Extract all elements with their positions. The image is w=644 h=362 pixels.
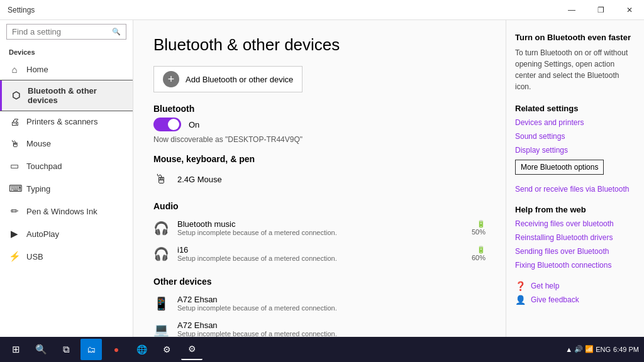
taskbar-app-settings[interactable]: ⚙ [181, 339, 203, 360]
discoverable-text: Now discoverable as "DESKTOP-TR44V9Q" [153, 135, 486, 144]
typing-icon: ⌨ [9, 183, 20, 194]
app-container: 🔍 Devices ⌂ Home ⬡ Bluetooth & other dev… [0, 20, 644, 337]
device-a72-1: 📱 A72 Ehsan Setup incomplete because of … [153, 290, 486, 316]
taskbar-right: ▲ 🔊 📶 ENG 6:49 PM [565, 345, 639, 354]
titlebar: Settings — ❐ ✕ [0, 0, 644, 20]
sidebar-item-autoplay-label: AutoPlay [26, 229, 59, 239]
bluetooth-toggle[interactable] [153, 118, 181, 131]
other-section-title: Other devices [153, 277, 486, 287]
related-section: Related settings Devices and printers So… [515, 104, 635, 194]
i16-status: Setup incomplete because of a metered co… [177, 255, 463, 262]
sidebar-item-typing[interactable]: ⌨ Typing [0, 177, 133, 200]
taskbar-up-arrow[interactable]: ▲ [565, 346, 572, 353]
sidebar-item-usb[interactable]: ⚡ USB [0, 245, 133, 268]
a72-1-info: A72 Ehsan Setup incomplete because of a … [177, 295, 486, 312]
sidebar-item-home-label: Home [26, 65, 48, 74]
taskbar-left: ⊞ 🔍 ⧉ 🗂 ● 🌐 ⚙ ⚙ [5, 339, 203, 360]
audio-section-title: Audio [153, 201, 486, 211]
restore-button[interactable]: ❐ [586, 0, 615, 20]
bt-music-icon: 🎧 [153, 221, 169, 236]
sidebar-item-mouse[interactable]: 🖱 Mouse [0, 133, 133, 155]
device-i16: 🎧 i16 Setup incomplete because of a mete… [153, 241, 486, 266]
search-input[interactable] [12, 27, 111, 36]
i16-battery: 🔋 60% [472, 246, 486, 261]
sidebar-item-touchpad[interactable]: ▭ Touchpad [0, 155, 133, 177]
taskbar-volume-icon[interactable]: 📶 [585, 345, 594, 353]
minimize-button[interactable]: — [557, 0, 586, 20]
bluetooth-toggle-row: On [153, 118, 486, 131]
more-bluetooth-button[interactable]: More Bluetooth options [515, 160, 604, 175]
taskbar-network-icon[interactable]: 🔊 [574, 345, 583, 353]
time-display: 6:49 PM [613, 345, 639, 354]
i16-battery-pct: 60% [472, 254, 486, 261]
mouse-icon: 🖱 [9, 138, 20, 149]
start-button[interactable]: ⊞ [5, 339, 26, 360]
mouse-section-title: Mouse, keyboard, & pen [153, 154, 486, 164]
link-display[interactable]: Display settings [515, 146, 635, 155]
link-send-receive[interactable]: Send or receive files via Bluetooth [515, 185, 635, 194]
sidebar: 🔍 Devices ⌂ Home ⬡ Bluetooth & other dev… [0, 20, 133, 337]
faster-title: Turn on Bluetooth even faster [515, 33, 635, 42]
search-box[interactable]: 🔍 [6, 24, 126, 40]
link-receiving[interactable]: Receiving files over bluetooth [515, 219, 635, 228]
taskbar-app-1[interactable]: 🗂 [80, 339, 102, 360]
sidebar-item-printers-label: Printers & scanners [26, 117, 97, 126]
search-taskbar-button[interactable]: 🔍 [30, 339, 52, 360]
bluetooth-section-title: Bluetooth [153, 104, 486, 114]
add-plus-icon: + [163, 71, 179, 87]
main-content: Bluetooth & other devices + Add Bluetoot… [133, 20, 506, 337]
usb-icon: ⚡ [9, 251, 20, 262]
add-device-button[interactable]: + Add Bluetooth or other device [153, 66, 303, 92]
close-button[interactable]: ✕ [615, 0, 644, 20]
bt-music-battery-icon: 🔋 [477, 220, 486, 228]
touchpad-icon: ▭ [9, 160, 20, 172]
sidebar-item-touchpad-label: Touchpad [26, 162, 62, 171]
sidebar-item-printers[interactable]: 🖨 Printers & scanners [0, 111, 133, 133]
bt-music-name: Bluetooth music [177, 219, 463, 229]
taskbar-app-3[interactable]: 🌐 [131, 339, 152, 360]
a72-2-icon: 💻 [153, 322, 169, 337]
feedback-icon: 👤 [515, 295, 526, 305]
titlebar-controls: — ❐ ✕ [557, 0, 644, 20]
device-a72-2: 💻 A72 Ehsan Setup incomplete because of … [153, 316, 486, 337]
link-reinstalling[interactable]: Reinstalling Bluetooth drivers [515, 233, 635, 242]
a72-1-name: A72 Ehsan [177, 295, 486, 304]
bluetooth-icon: ⬡ [11, 90, 21, 101]
link-devices-printers[interactable]: Devices and printers [515, 118, 635, 127]
taskbar-sys-icons: ▲ 🔊 📶 ENG [565, 345, 611, 353]
sidebar-item-autoplay[interactable]: ▶ AutoPlay [0, 222, 133, 245]
help-circle-icon: ❓ [515, 281, 526, 291]
get-help-item[interactable]: ❓ Get help [515, 281, 635, 291]
bt-music-info: Bluetooth music Setup incomplete because… [177, 219, 463, 236]
taskbar-lang[interactable]: ENG [596, 346, 611, 353]
i16-info: i16 Setup incomplete because of a metere… [177, 245, 463, 262]
a72-2-status: Setup incomplete because of a metered co… [177, 330, 486, 337]
mouse-device-info: 2.4G Mouse [177, 175, 486, 184]
sidebar-item-bluetooth-label: Bluetooth & other devices [28, 86, 124, 105]
link-sound[interactable]: Sound settings [515, 132, 635, 141]
sidebar-item-pen[interactable]: ✏ Pen & Windows Ink [0, 200, 133, 222]
a72-1-status: Setup incomplete because of a metered co… [177, 304, 486, 312]
pen-icon: ✏ [9, 206, 20, 217]
help-title: Help from the web [515, 205, 635, 214]
taskbar-app-2[interactable]: ● [106, 339, 127, 360]
link-fixing[interactable]: Fixing Bluetooth connections [515, 261, 635, 270]
autoplay-icon: ▶ [9, 228, 20, 239]
sidebar-item-pen-label: Pen & Windows Ink [26, 207, 97, 216]
faster-desc: To turn Bluetooth on or off without open… [515, 47, 635, 92]
sidebar-item-typing-label: Typing [26, 184, 50, 194]
sidebar-item-home[interactable]: ⌂ Home [0, 58, 133, 80]
bluetooth-on-label: On [189, 120, 199, 129]
taskbar-time[interactable]: 6:49 PM [613, 345, 639, 354]
a72-1-icon: 📱 [153, 296, 169, 311]
toggle-slider [153, 118, 181, 131]
task-view-button[interactable]: ⧉ [55, 339, 77, 360]
right-panel: Turn on Bluetooth even faster To turn Bl… [506, 20, 644, 337]
a72-2-name: A72 Ehsan [177, 321, 486, 330]
sidebar-item-bluetooth[interactable]: ⬡ Bluetooth & other devices [0, 80, 133, 111]
taskbar-app-4[interactable]: ⚙ [156, 339, 177, 360]
give-feedback-item[interactable]: 👤 Give feedback [515, 295, 635, 305]
bt-music-battery-pct: 50% [472, 228, 486, 236]
taskbar: ⊞ 🔍 ⧉ 🗂 ● 🌐 ⚙ ⚙ ▲ 🔊 📶 ENG 6:49 PM [0, 337, 644, 362]
link-sending[interactable]: Sending files over Bluetooth [515, 247, 635, 256]
